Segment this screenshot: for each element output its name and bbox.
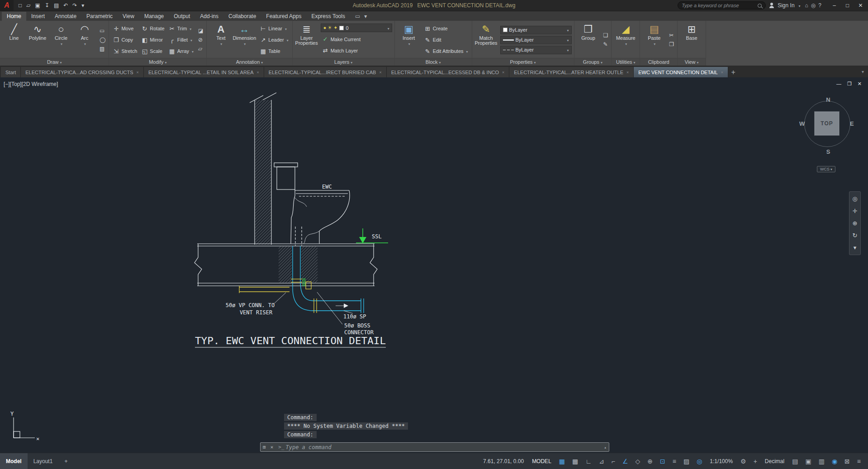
grid-display-toggle[interactable]: ▦ xyxy=(555,458,569,465)
move-button[interactable]: ✛Move xyxy=(111,23,138,34)
transparency-toggle[interactable]: ▨ xyxy=(680,458,693,465)
fillet-button[interactable]: ╭Fillet xyxy=(167,34,195,46)
dimension-button[interactable]: ↔Dimension xyxy=(232,22,256,58)
lineweight-caret[interactable] xyxy=(566,37,569,43)
drawing-viewport[interactable]: EWC SSL 50ø VP CONN. TO VENT RISER 110ø … xyxy=(0,77,868,453)
ribbon-tab-home[interactable]: Home xyxy=(2,12,26,21)
file-tab-electrical-typical-ater-heater-outle[interactable]: ELECTRICAL-TYPICAL...ATER HEATER OUTLE× xyxy=(509,67,634,77)
customization-button[interactable]: ≡ xyxy=(854,458,864,465)
leader-button[interactable]: ↗Leader xyxy=(258,34,289,46)
hardware-acceleration-button[interactable]: ▥ xyxy=(815,458,828,465)
modify-panel-button[interactable]: Modify xyxy=(109,58,206,66)
units-button[interactable]: Decimal xyxy=(761,458,788,464)
sign-in-button[interactable]: Sign In xyxy=(778,2,794,9)
object-snap-toggle[interactable]: ⊡ xyxy=(656,458,669,465)
ribbon-tab-view[interactable]: View xyxy=(118,12,139,21)
annotation-visibility-button[interactable]: + xyxy=(750,458,761,465)
plot-icon[interactable]: ▤ xyxy=(52,2,61,9)
layer-combo-caret[interactable] xyxy=(387,25,389,31)
view-cube-top-face[interactable]: TOP xyxy=(814,111,840,136)
pan-icon[interactable]: ✛ xyxy=(853,208,858,214)
layer-combo[interactable]: ●☀✦ 0 xyxy=(321,24,392,32)
view-cube-west[interactable]: W xyxy=(799,120,805,127)
lock-ui-button[interactable]: ▣ xyxy=(802,458,815,465)
isometric-drafting-toggle[interactable]: ◇ xyxy=(631,458,644,465)
polar-tracking-toggle[interactable]: ∠ xyxy=(619,458,632,465)
file-tab-electrical-typica-ad-crossing-ducts[interactable]: ELECTRICAL-TYPICA...AD CROSSING DUCTS× xyxy=(21,67,144,77)
command-input[interactable] xyxy=(286,444,602,450)
window-minimize-button[interactable]: – xyxy=(828,0,841,11)
arc-button[interactable]: ◠Arc xyxy=(73,22,96,58)
ribbon-tab-parametric[interactable]: Parametric xyxy=(81,12,118,21)
layer-on-icon[interactable]: ● xyxy=(323,25,327,31)
zoom-icon[interactable]: ⊕ xyxy=(853,220,858,227)
ungroup-flyout-button[interactable]: ❏ xyxy=(603,32,608,38)
close-tab-icon[interactable]: × xyxy=(626,70,629,75)
command-customize-icon[interactable]: ⊞ xyxy=(261,444,268,450)
close-tab-icon[interactable]: × xyxy=(502,70,504,75)
new-file-icon[interactable]: □ xyxy=(16,2,24,9)
view-cube-south[interactable]: S xyxy=(800,148,856,155)
stay-connected-icon[interactable]: ◎ xyxy=(810,2,817,9)
save-as-icon[interactable]: ↧ xyxy=(43,2,52,9)
ribbon-tab-manage[interactable]: Manage xyxy=(139,12,169,21)
object-snap-tracking-toggle[interactable]: ⊕ xyxy=(644,458,656,465)
file-tab-electrical-typical-irect-burried-cab[interactable]: ELECTRICAL-TYPICAL...IRECT BURRIED CAB× xyxy=(264,67,387,77)
utilities-panel-button[interactable]: Utilities xyxy=(612,58,640,66)
array-button[interactable]: ▦Array xyxy=(167,46,195,57)
orbit-icon[interactable]: ↻ xyxy=(853,232,858,239)
copy-button[interactable]: ❐Copy xyxy=(111,34,138,46)
workspace-switching-button[interactable]: ⚙ xyxy=(737,458,750,465)
paste-button[interactable]: ▤Paste xyxy=(642,22,666,58)
file-tab-ewc-vent-connection-detail[interactable]: EWC VENT CONNECTION DETAIL× xyxy=(634,67,728,77)
measure-button[interactable]: ◢Measure xyxy=(614,22,637,58)
rectangle-flyout-button[interactable]: ▭ xyxy=(100,28,105,34)
quick-properties-button[interactable]: ▤ xyxy=(788,458,802,465)
rotate-button[interactable]: ↻Rotate xyxy=(140,23,166,34)
draw-panel-button[interactable]: Draw xyxy=(0,58,109,66)
ribbon-tab-add-ins[interactable]: Add-ins xyxy=(195,12,223,21)
dynamic-input-toggle[interactable]: ⊿ xyxy=(595,458,608,465)
layer-unlock-icon[interactable]: ✦ xyxy=(333,25,337,31)
view-cube[interactable]: N W TOP E S xyxy=(800,95,856,159)
explode-flyout-button[interactable]: ⊘ xyxy=(198,37,203,43)
ribbon-tab-collaborate[interactable]: Collaborate xyxy=(223,12,261,21)
redo-icon[interactable]: ↷ xyxy=(70,2,79,9)
hatch-flyout-button[interactable]: ▨ xyxy=(100,46,105,52)
stretch-button[interactable]: ⇲Stretch xyxy=(111,46,138,57)
lineweight-toggle[interactable]: ≡ xyxy=(669,458,680,465)
ribbon-tab-insert[interactable]: Insert xyxy=(26,12,50,21)
isolate-objects-button[interactable]: ◉ xyxy=(828,458,841,465)
close-tab-icon[interactable]: × xyxy=(379,70,381,75)
navbar-more-icon[interactable]: ▾ xyxy=(854,244,857,251)
file-tab-electrical-typical-etail-in-soil-area[interactable]: ELECTRICAL-TYPICAL ...ETAIL IN SOIL AREA… xyxy=(144,67,264,77)
make-current-button[interactable]: ✓Make Current xyxy=(321,33,392,45)
layers-panel-button[interactable]: Layers xyxy=(293,58,394,66)
ortho-mode-toggle[interactable]: ⌐ xyxy=(608,458,619,465)
table-button[interactable]: ▦Table xyxy=(258,46,289,57)
help-icon[interactable]: ? xyxy=(817,2,823,9)
line-button[interactable]: ╱Line xyxy=(2,22,26,58)
undo-icon[interactable]: ↶ xyxy=(61,2,70,9)
selection-cycling-toggle[interactable]: ◎ xyxy=(693,458,706,465)
save-icon[interactable]: ▣ xyxy=(33,2,42,9)
properties-panel-button[interactable]: Properties xyxy=(472,58,574,66)
infer-constraints-toggle[interactable]: ∟ xyxy=(582,458,595,465)
annotation-panel-button[interactable]: Annotation xyxy=(207,58,292,66)
new-layout-button[interactable]: + xyxy=(58,453,73,469)
clean-screen-button[interactable]: ⊠ xyxy=(841,458,854,465)
layer-thaw-icon[interactable]: ☀ xyxy=(327,25,332,31)
wcs-button[interactable]: WCS xyxy=(817,166,835,172)
viewport-controls-label[interactable]: [−][Top][2D Wireframe] xyxy=(4,81,58,87)
ribbon-display-caret[interactable]: ▾ xyxy=(363,13,368,19)
model-space-toggle[interactable]: MODEL xyxy=(528,458,555,464)
insert-button[interactable]: ▣Insert xyxy=(397,22,421,58)
qat-menu-icon[interactable]: ▾ xyxy=(79,2,86,9)
viewport-restore-button[interactable]: ❐ xyxy=(847,81,852,87)
close-tab-icon[interactable]: × xyxy=(257,70,259,75)
groups-panel-button[interactable]: Groups xyxy=(574,58,612,66)
ribbon-display-toggle[interactable]: ▭ xyxy=(354,13,361,19)
object-color-caret[interactable] xyxy=(566,27,569,33)
viewport-minimize-button[interactable]: — xyxy=(836,81,841,87)
clipboard-panel-button[interactable]: Clipboard xyxy=(640,58,677,66)
